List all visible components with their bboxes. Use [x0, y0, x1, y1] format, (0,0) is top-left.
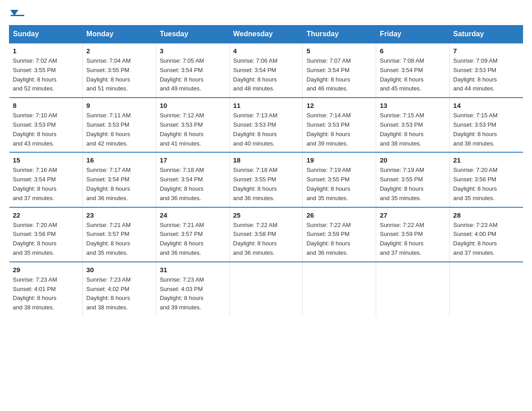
- day-info: Sunrise: 7:05 AM Sunset: 3:54 PM Dayligh…: [160, 56, 226, 94]
- day-info: Sunrise: 7:11 AM Sunset: 3:53 PM Dayligh…: [86, 111, 152, 148]
- page-header: [9, 9, 523, 16]
- day-cell: 24 Sunrise: 7:21 AM Sunset: 3:57 PM Dayl…: [156, 207, 229, 262]
- day-cell: 20 Sunrise: 7:19 AM Sunset: 3:55 PM Dayl…: [376, 152, 450, 207]
- day-number: 15: [13, 156, 79, 164]
- day-info: Sunrise: 7:16 AM Sunset: 3:54 PM Dayligh…: [13, 166, 79, 203]
- day-cell: 9 Sunrise: 7:11 AM Sunset: 3:53 PM Dayli…: [82, 98, 156, 152]
- day-info: Sunrise: 7:10 AM Sunset: 3:53 PM Dayligh…: [13, 111, 79, 148]
- day-cell: 1 Sunrise: 7:02 AM Sunset: 3:55 PM Dayli…: [9, 43, 83, 98]
- calendar-body: 1 Sunrise: 7:02 AM Sunset: 3:55 PM Dayli…: [9, 43, 523, 316]
- day-number: 26: [306, 211, 372, 219]
- day-info: Sunrise: 7:23 AM Sunset: 4:03 PM Dayligh…: [160, 275, 226, 313]
- day-cell: 13 Sunrise: 7:15 AM Sunset: 3:53 PM Dayl…: [376, 98, 450, 152]
- day-number: 14: [453, 102, 519, 109]
- day-number: 11: [233, 102, 299, 109]
- day-cell: 19 Sunrise: 7:19 AM Sunset: 3:55 PM Dayl…: [303, 152, 376, 207]
- day-cell: 25 Sunrise: 7:22 AM Sunset: 3:58 PM Dayl…: [229, 207, 303, 262]
- day-info: Sunrise: 7:12 AM Sunset: 3:53 PM Dayligh…: [160, 111, 226, 148]
- day-number: 31: [160, 266, 226, 274]
- day-cell: [450, 262, 523, 316]
- day-number: 7: [453, 47, 519, 55]
- day-info: Sunrise: 7:06 AM Sunset: 3:54 PM Dayligh…: [233, 56, 299, 94]
- day-info: Sunrise: 7:22 AM Sunset: 3:59 PM Dayligh…: [306, 221, 372, 258]
- day-cell: 29 Sunrise: 7:23 AM Sunset: 4:01 PM Dayl…: [9, 262, 83, 316]
- day-info: Sunrise: 7:20 AM Sunset: 3:56 PM Dayligh…: [453, 166, 519, 203]
- day-info: Sunrise: 7:21 AM Sunset: 3:57 PM Dayligh…: [86, 221, 152, 258]
- day-info: Sunrise: 7:15 AM Sunset: 3:53 PM Dayligh…: [380, 111, 446, 148]
- day-number: 18: [233, 156, 299, 164]
- week-row-4: 22 Sunrise: 7:20 AM Sunset: 3:56 PM Dayl…: [9, 207, 523, 262]
- day-info: Sunrise: 7:23 AM Sunset: 4:02 PM Dayligh…: [86, 275, 152, 313]
- day-info: Sunrise: 7:04 AM Sunset: 3:55 PM Dayligh…: [86, 56, 152, 94]
- day-cell: [376, 262, 450, 316]
- day-cell: 3 Sunrise: 7:05 AM Sunset: 3:54 PM Dayli…: [156, 43, 229, 98]
- header-cell-monday: Monday: [82, 26, 156, 43]
- day-info: Sunrise: 7:09 AM Sunset: 3:53 PM Dayligh…: [453, 56, 519, 94]
- header-cell-wednesday: Wednesday: [229, 26, 303, 43]
- day-cell: 21 Sunrise: 7:20 AM Sunset: 3:56 PM Dayl…: [450, 152, 523, 207]
- day-cell: 30 Sunrise: 7:23 AM Sunset: 4:02 PM Dayl…: [82, 262, 156, 316]
- day-info: Sunrise: 7:19 AM Sunset: 3:55 PM Dayligh…: [380, 166, 446, 203]
- header-cell-saturday: Saturday: [450, 26, 523, 43]
- day-number: 9: [86, 102, 152, 109]
- day-number: 22: [13, 211, 79, 219]
- day-number: 12: [306, 102, 372, 109]
- day-cell: 28 Sunrise: 7:23 AM Sunset: 4:00 PM Dayl…: [450, 207, 523, 262]
- day-info: Sunrise: 7:13 AM Sunset: 3:53 PM Dayligh…: [233, 111, 299, 148]
- day-number: 27: [380, 211, 446, 219]
- header-row: SundayMondayTuesdayWednesdayThursdayFrid…: [9, 26, 523, 43]
- day-number: 28: [453, 211, 519, 219]
- day-cell: 31 Sunrise: 7:23 AM Sunset: 4:03 PM Dayl…: [156, 262, 229, 316]
- day-info: Sunrise: 7:23 AM Sunset: 4:01 PM Dayligh…: [13, 275, 79, 313]
- day-cell: 12 Sunrise: 7:14 AM Sunset: 3:53 PM Dayl…: [303, 98, 376, 152]
- day-cell: 14 Sunrise: 7:15 AM Sunset: 3:53 PM Dayl…: [450, 98, 523, 152]
- day-cell: 11 Sunrise: 7:13 AM Sunset: 3:53 PM Dayl…: [229, 98, 303, 152]
- day-cell: 4 Sunrise: 7:06 AM Sunset: 3:54 PM Dayli…: [229, 43, 303, 98]
- day-info: Sunrise: 7:07 AM Sunset: 3:54 PM Dayligh…: [306, 56, 372, 94]
- day-info: Sunrise: 7:14 AM Sunset: 3:53 PM Dayligh…: [306, 111, 372, 148]
- day-info: Sunrise: 7:18 AM Sunset: 3:54 PM Dayligh…: [160, 166, 226, 203]
- day-number: 19: [306, 156, 372, 164]
- day-info: Sunrise: 7:19 AM Sunset: 3:55 PM Dayligh…: [306, 166, 372, 203]
- day-cell: 8 Sunrise: 7:10 AM Sunset: 3:53 PM Dayli…: [9, 98, 83, 152]
- day-number: 1: [13, 47, 79, 55]
- day-cell: 7 Sunrise: 7:09 AM Sunset: 3:53 PM Dayli…: [450, 43, 523, 98]
- logo: [9, 9, 24, 16]
- day-cell: 2 Sunrise: 7:04 AM Sunset: 3:55 PM Dayli…: [82, 43, 156, 98]
- day-number: 17: [160, 156, 226, 164]
- calendar-header: SundayMondayTuesdayWednesdayThursdayFrid…: [9, 26, 523, 43]
- day-info: Sunrise: 7:22 AM Sunset: 3:58 PM Dayligh…: [233, 221, 299, 258]
- day-info: Sunrise: 7:18 AM Sunset: 3:55 PM Dayligh…: [233, 166, 299, 203]
- day-number: 3: [160, 47, 226, 55]
- day-cell: 23 Sunrise: 7:21 AM Sunset: 3:57 PM Dayl…: [82, 207, 156, 262]
- day-number: 24: [160, 211, 226, 219]
- day-cell: 15 Sunrise: 7:16 AM Sunset: 3:54 PM Dayl…: [9, 152, 83, 207]
- week-row-2: 8 Sunrise: 7:10 AM Sunset: 3:53 PM Dayli…: [9, 98, 523, 152]
- day-cell: 26 Sunrise: 7:22 AM Sunset: 3:59 PM Dayl…: [303, 207, 376, 262]
- day-number: 10: [160, 102, 226, 109]
- day-number: 16: [86, 156, 152, 164]
- day-info: Sunrise: 7:21 AM Sunset: 3:57 PM Dayligh…: [160, 221, 226, 258]
- logo-underline: [11, 15, 24, 16]
- day-number: 2: [86, 47, 152, 55]
- day-number: 4: [233, 47, 299, 55]
- day-number: 6: [380, 47, 446, 55]
- day-info: Sunrise: 7:17 AM Sunset: 3:54 PM Dayligh…: [86, 166, 152, 203]
- day-info: Sunrise: 7:02 AM Sunset: 3:55 PM Dayligh…: [13, 56, 79, 94]
- header-cell-thursday: Thursday: [303, 26, 376, 43]
- week-row-1: 1 Sunrise: 7:02 AM Sunset: 3:55 PM Dayli…: [9, 43, 523, 98]
- day-info: Sunrise: 7:15 AM Sunset: 3:53 PM Dayligh…: [453, 111, 519, 148]
- day-info: Sunrise: 7:23 AM Sunset: 4:00 PM Dayligh…: [453, 221, 519, 258]
- day-number: 29: [13, 266, 79, 274]
- day-number: 30: [86, 266, 152, 274]
- week-row-3: 15 Sunrise: 7:16 AM Sunset: 3:54 PM Dayl…: [9, 152, 523, 207]
- day-cell: 22 Sunrise: 7:20 AM Sunset: 3:56 PM Dayl…: [9, 207, 83, 262]
- day-cell: 17 Sunrise: 7:18 AM Sunset: 3:54 PM Dayl…: [156, 152, 229, 207]
- day-number: 21: [453, 156, 519, 164]
- day-info: Sunrise: 7:20 AM Sunset: 3:56 PM Dayligh…: [13, 221, 79, 258]
- day-number: 23: [86, 211, 152, 219]
- day-cell: 10 Sunrise: 7:12 AM Sunset: 3:53 PM Dayl…: [156, 98, 229, 152]
- day-info: Sunrise: 7:08 AM Sunset: 3:54 PM Dayligh…: [380, 56, 446, 94]
- day-info: Sunrise: 7:22 AM Sunset: 3:59 PM Dayligh…: [380, 221, 446, 258]
- day-number: 20: [380, 156, 446, 164]
